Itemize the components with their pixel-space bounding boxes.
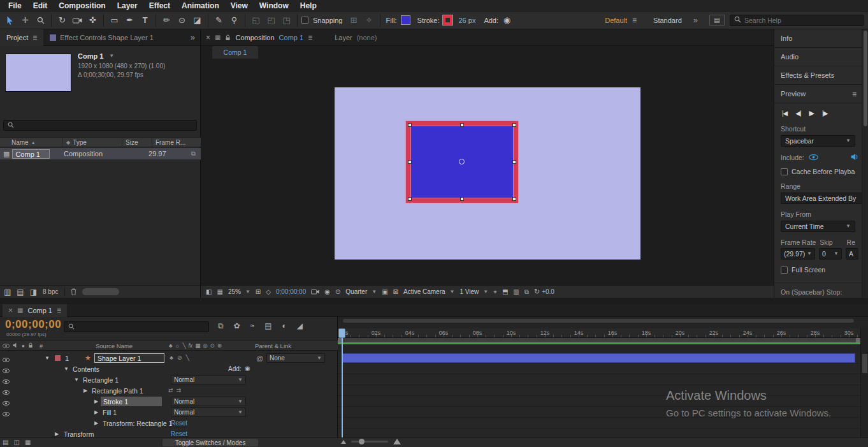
eye-icon[interactable]: [3, 410, 10, 418]
first-frame-button[interactable]: |◀: [782, 110, 787, 117]
close-panel-icon[interactable]: ×: [206, 33, 210, 42]
parent-link-dropdown[interactable]: None▼: [266, 353, 325, 363]
motion-blur-icon[interactable]: ◐: [282, 321, 287, 330]
zoom-in-mountain-icon[interactable]: [393, 439, 401, 444]
row-label-selected[interactable]: Stroke 1: [101, 397, 162, 406]
panel-preview[interactable]: Preview≡: [774, 85, 862, 103]
eye-icon[interactable]: [3, 356, 10, 363]
frame-rate-dropdown[interactable]: (29.97)▼: [781, 248, 815, 260]
menu-edit[interactable]: Edit: [27, 1, 54, 10]
hand-tool-icon[interactable]: ✛: [18, 13, 32, 27]
show-snapshot-icon[interactable]: ◉: [324, 289, 330, 295]
add-property-icon[interactable]: ◉: [245, 365, 250, 372]
mask-visibility-icon[interactable]: ◇: [266, 289, 271, 295]
menu-effect[interactable]: Effect: [143, 1, 176, 10]
handle-mid-right[interactable]: [512, 160, 516, 164]
project-item-name[interactable]: Comp 1: [12, 149, 50, 159]
expander-icon[interactable]: ▶: [94, 399, 98, 404]
pickwhip-icon[interactable]: @: [256, 355, 263, 362]
path-direction-icons[interactable]: ⇄⇉: [168, 387, 181, 393]
panel-menu-icon[interactable]: ≡: [57, 307, 61, 314]
expander-icon[interactable]: ▼: [74, 377, 79, 383]
expander-icon[interactable]: ▶: [55, 431, 59, 437]
label-color-chip[interactable]: [55, 355, 61, 361]
workspace-overflow-chevron[interactable]: »: [693, 15, 698, 25]
new-folder-icon[interactable]: ▤: [17, 288, 24, 296]
row-transform-rectangle-1[interactable]: ▶ Transform: Rectangle 1 Reset: [0, 418, 338, 429]
add-shape-icon[interactable]: ◉: [500, 13, 514, 27]
shortcut-dropdown[interactable]: Spacebar▼: [781, 135, 855, 147]
shape-rectangle[interactable]: [406, 121, 518, 203]
pen-tool-icon[interactable]: ✒: [123, 13, 136, 27]
layer-switches[interactable]: ♣⊘╲: [170, 355, 189, 361]
search-help-box[interactable]: [730, 15, 864, 26]
show-channel-icon[interactable]: ⊙: [335, 289, 340, 295]
time-navigator[interactable]: [343, 319, 854, 323]
project-item-row[interactable]: ▦ Comp 1 Composition 29.97 ⧉: [0, 148, 201, 159]
timeline-timecode[interactable]: 0;00;00;00: [5, 318, 61, 331]
graph-editor-icon[interactable]: ◢: [297, 321, 303, 330]
snapping-checkbox[interactable]: [301, 17, 308, 24]
timeline-tab[interactable]: × ▦ Comp 1 ≡: [3, 304, 67, 317]
always-preview-icon[interactable]: ◧: [206, 289, 212, 295]
roto-brush-tool-icon[interactable]: ✎: [212, 13, 226, 27]
menu-layer[interactable]: Layer: [112, 1, 143, 10]
project-search-input[interactable]: [17, 122, 192, 129]
reverse-path-icon[interactable]: ⇄: [168, 387, 173, 393]
panel-info[interactable]: Info: [774, 29, 862, 48]
comp-title-row[interactable]: Comp 1 ▼: [78, 52, 114, 60]
viewer-timecode[interactable]: 0;00;00;00: [276, 288, 306, 295]
handle-bottom-center[interactable]: [460, 197, 464, 201]
handle-bottom-left[interactable]: [408, 197, 412, 201]
cache-before-playback-checkbox[interactable]: [781, 168, 788, 175]
cache-before-playback-row[interactable]: Cache Before Playback: [774, 168, 862, 175]
scrollbar-thumb[interactable]: [864, 31, 867, 126]
previous-frame-button[interactable]: ◀|: [795, 110, 800, 117]
handle-bottom-right[interactable]: [512, 197, 516, 201]
expand-layer-switches-icon[interactable]: ▤: [3, 439, 8, 446]
fast-previews-icon[interactable]: ⬒: [502, 289, 508, 295]
snapshot-camera-icon[interactable]: [311, 289, 319, 295]
work-area-end-handle[interactable]: [856, 338, 860, 342]
handle-top-left[interactable]: [408, 123, 412, 127]
stroke-width-value[interactable]: 26 px: [458, 17, 475, 24]
comp-thumbnail[interactable]: [5, 54, 71, 92]
column-number[interactable]: #: [40, 342, 43, 349]
zoom-tool-icon[interactable]: [34, 13, 47, 27]
text-tool-icon[interactable]: T: [138, 13, 152, 27]
column-source-name[interactable]: Source Name: [96, 342, 133, 349]
expand-in-out-icon[interactable]: ▦: [25, 439, 31, 446]
anchor-point[interactable]: [459, 159, 465, 165]
resolution-dropdown[interactable]: Quarter▼: [345, 288, 377, 295]
reset-link[interactable]: Reset: [171, 430, 187, 437]
panel-audio[interactable]: Audio: [774, 48, 862, 66]
time-ruler[interactable]: 0s 02s 04s 06s 08s 10s 12s 14s 16s 18s 2…: [338, 328, 860, 338]
mini-flowchart-icon[interactable]: ⧉: [218, 321, 224, 330]
axis-mode-view-icon[interactable]: ◳: [280, 13, 293, 27]
play-button[interactable]: ▶: [809, 109, 814, 117]
include-video-eye-icon[interactable]: [809, 154, 818, 161]
flowchart-icon[interactable]: ⧉: [524, 289, 529, 295]
layer-name-field[interactable]: Shape Layer 1: [94, 353, 164, 363]
clone-stamp-tool-icon[interactable]: ⊙: [175, 13, 189, 27]
eye-icon[interactable]: [3, 399, 10, 407]
expand-transfer-controls-icon[interactable]: ◫: [13, 439, 19, 446]
blend-mode-dropdown[interactable]: Normal▼: [171, 397, 246, 406]
panel-effects-presets[interactable]: Effects & Presets: [774, 66, 862, 85]
panel-menu-icon[interactable]: ≡: [852, 91, 857, 98]
handle-mid-left[interactable]: [408, 160, 412, 164]
blend-mode-dropdown[interactable]: Normal▼: [171, 407, 246, 417]
rectangle-tool-icon[interactable]: ▭: [108, 13, 121, 27]
right-panel-scrollbar[interactable]: [862, 29, 868, 298]
tab-composition-name[interactable]: Comp 1: [279, 34, 304, 41]
timeline-zoom-slider[interactable]: [351, 441, 388, 443]
collapse-switch-icon[interactable]: ⊘: [177, 355, 182, 361]
panel-menu-icon[interactable]: ≡: [308, 34, 312, 41]
new-composition-icon[interactable]: ◨: [30, 288, 37, 296]
tab-composition-label[interactable]: Composition: [235, 34, 274, 41]
range-dropdown[interactable]: Work Area Extended By C: [781, 193, 862, 204]
include-audio-speaker-icon[interactable]: [851, 153, 858, 162]
column-name[interactable]: Name ▲: [0, 138, 62, 147]
column-parent-link[interactable]: Parent & Link: [255, 342, 291, 349]
snap-option2-icon[interactable]: ✧: [363, 13, 376, 27]
